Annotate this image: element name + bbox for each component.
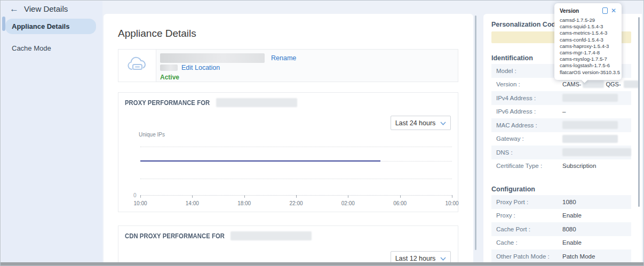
version-qgs-prefix: QGS- [606, 81, 621, 87]
row-label: Version : [496, 81, 562, 87]
x-tick-label: 06:00 [393, 200, 407, 206]
sidebar-item-label: Appliance Details [12, 22, 69, 30]
axis-tick [400, 195, 401, 198]
main-content-scrollbar[interactable] [475, 15, 476, 250]
table-row-proxy: Proxy : Enable [491, 209, 631, 223]
x-tick-label: 18:00 [237, 200, 251, 206]
identification-heading: Identification [491, 54, 533, 62]
x-tick-label: 10:00 [133, 200, 147, 206]
version-list-item: flatcarOS version-3510.3.5 [560, 69, 616, 76]
appliance-location-redacted [160, 65, 178, 71]
axis-tick [296, 195, 297, 198]
app-window: ← View Details Appliance Details Cache M… [0, 0, 644, 266]
row-value: 1080 [562, 199, 576, 205]
identification-rows: Model : Version : CAMS- QGS- IPv4 Addres… [491, 64, 631, 173]
row-label: IPv4 Address : [496, 95, 562, 101]
row-label: Proxy : [496, 212, 562, 219]
appliance-icon-cell [118, 50, 156, 82]
table-row-gateway: Gateway : [491, 132, 631, 146]
row-label: DNS : [496, 149, 562, 156]
gridline [140, 179, 452, 179]
y-axis-zero-label: 0 [133, 192, 137, 198]
x-tick-label: 22:00 [289, 200, 303, 206]
chart-title: PROXY PERFORMANCE FOR [125, 99, 210, 107]
back-arrow-icon[interactable]: ← [10, 4, 19, 13]
version-redacted [624, 80, 639, 88]
copy-icon[interactable] [602, 7, 608, 14]
axis-tick [348, 195, 348, 198]
rename-button[interactable]: Rename [271, 54, 296, 62]
row-label: Certificate Type : [496, 163, 562, 169]
edit-location-button[interactable]: Edit Location [181, 64, 220, 71]
unique-ips-series-line [140, 160, 380, 162]
chart-title-redacted [216, 98, 297, 107]
row-value: – [562, 108, 566, 115]
time-range-value: Last 24 hours [395, 119, 436, 127]
version-list-item: cams-logstash-1.7.5-6 [560, 62, 616, 69]
chevron-down-icon [440, 255, 446, 262]
line-chart-plot: 0 [140, 140, 452, 196]
time-range-dropdown[interactable]: Last 24 hours [391, 116, 451, 130]
row-value: Subscription [562, 163, 596, 169]
tooltip-title: Version [560, 8, 602, 14]
row-label: Proxy Port : [496, 199, 562, 205]
table-row-cache: Cache : Enable [491, 236, 631, 250]
value-redacted [562, 148, 631, 156]
version-tooltip: Version ✕ camsd-1.7.5-29 cams-squid-1.5.… [554, 3, 622, 80]
axis-tick [452, 195, 452, 198]
sidebar-item-appliance-details[interactable]: Appliance Details [5, 19, 96, 34]
x-axis-labels: 10:00 14:00 18:00 22:00 02:00 06:00 10:0… [140, 200, 452, 207]
appliance-summary-card: Rename Edit Location Active [118, 49, 458, 82]
row-label: MAC Address : [496, 122, 562, 128]
table-row-mac: MAC Address : [491, 118, 631, 132]
chevron-down-icon [440, 119, 446, 127]
axis-tick [140, 195, 141, 198]
table-row-ipv6: IPv6 Address : – [491, 105, 631, 119]
time-range-value: Last 12 hours [395, 255, 436, 262]
row-label: Cache Port : [496, 226, 562, 232]
details-panel-scrollbar[interactable] [638, 17, 640, 207]
window-bottom-border [1, 262, 643, 265]
x-tick-label: 10:00 [445, 200, 458, 206]
page-title: Appliance Details [118, 28, 196, 39]
row-label: Model : [496, 68, 562, 74]
version-list-item: cams-rsyslog-1.7.5-7 [560, 56, 616, 62]
row-label: IPv6 Address : [496, 108, 562, 115]
status-badge: Active [160, 74, 452, 81]
table-row-dns: DNS : [491, 146, 631, 159]
back-navigation[interactable]: ← View Details [1, 1, 102, 17]
table-row-other-patch-mode: Other Patch Mode : Patch Mode [491, 249, 631, 263]
cloud-appliance-icon [125, 55, 149, 76]
row-label: Other Patch Mode : [496, 253, 562, 260]
table-row-proxy-port: Proxy Port : 1080 [491, 195, 631, 209]
sidebar-item-label: Cache Mode [12, 44, 51, 52]
configuration-rows: Proxy Port : 1080 Proxy : Enable Cache P… [491, 195, 631, 263]
version-list-item: cams-metrics-1.5.4-3 [560, 30, 616, 36]
sidebar: ← View Details Appliance Details Cache M… [1, 1, 102, 263]
table-row-cache-port: Cache Port : 8080 [491, 222, 631, 236]
main-content: Appliance Details Rename [104, 14, 473, 266]
cdn-proxy-performance-chart-card: CDN PROXY PERFORMANCE FOR Last 12 hours [118, 225, 458, 266]
row-value: Enable [562, 212, 582, 219]
value-redacted [562, 94, 618, 102]
row-value: CAMS- QGS- [562, 80, 639, 88]
appliance-name-redacted [160, 53, 265, 63]
view-details-title: View Details [24, 4, 68, 13]
version-list-item: cams-squid-1.5.4-3 [560, 23, 616, 30]
version-list-item: cams-haproxy-1.5.4-3 [560, 43, 616, 50]
close-icon[interactable]: ✕ [611, 7, 616, 14]
version-list-item: cams-mgr-1.7.4-8 [560, 50, 616, 56]
version-list-item: cams-confd-1.5.4-3 [560, 37, 616, 43]
personalization-code-heading: Personalization Code [491, 21, 559, 28]
version-redacted [583, 80, 604, 88]
row-value: Enable [562, 239, 582, 246]
gridline [140, 147, 452, 147]
axis-tick [244, 195, 245, 198]
row-value: 8080 [562, 226, 576, 232]
sidebar-item-cache-mode[interactable]: Cache Mode [5, 41, 96, 56]
proxy-performance-chart-card: PROXY PERFORMANCE FOR Last 24 hours Uniq… [118, 92, 458, 212]
version-cams-prefix: CAMS- [562, 81, 581, 87]
value-redacted [562, 121, 618, 129]
chart-title: CDN PROXY PERFORMANCE FOR [125, 232, 225, 240]
appliance-details-body: Rename Edit Location Active [156, 50, 458, 82]
